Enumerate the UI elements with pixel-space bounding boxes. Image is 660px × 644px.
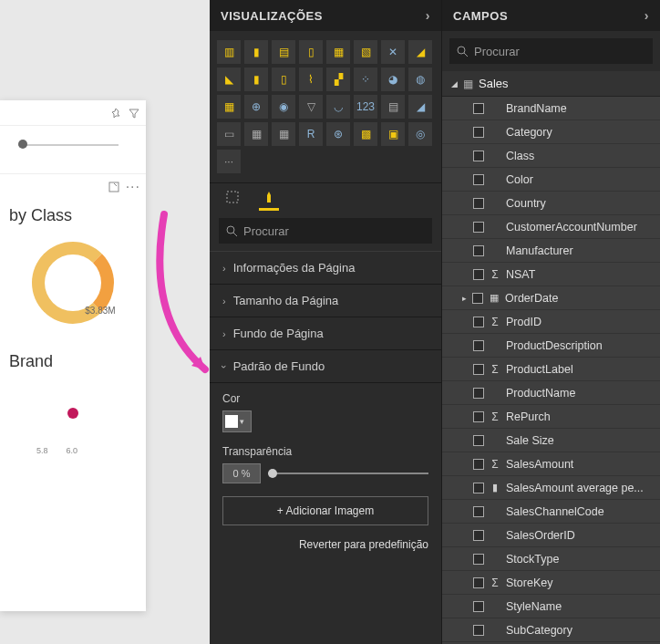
field-row[interactable]: BrandName <box>442 97 660 120</box>
viz-custom1-icon[interactable]: ▩ <box>354 122 377 146</box>
viz-stacked-bar-icon[interactable]: ▥ <box>217 40 241 64</box>
field-row[interactable]: SalesChannelCode <box>442 500 660 524</box>
viz-funnel-icon[interactable]: ▽ <box>299 95 323 119</box>
viz-card-icon[interactable]: 123 <box>354 95 377 119</box>
viz-clustered-bar-icon[interactable]: ▤ <box>272 40 295 64</box>
field-checkbox[interactable] <box>473 388 484 399</box>
section-page-background[interactable]: › Fundo de Página <box>210 317 441 350</box>
viz-stacked-area-icon[interactable]: ◣ <box>217 68 241 91</box>
field-checkbox[interactable] <box>473 269 484 280</box>
report-card[interactable]: ··· by Class $3.83M Brand 5.8 6.0 <box>0 100 146 611</box>
viz-search[interactable]: Procurar <box>219 218 432 244</box>
field-checkbox[interactable] <box>473 577 484 588</box>
color-picker[interactable]: ▾ <box>222 410 252 432</box>
field-checkbox[interactable] <box>472 293 483 304</box>
field-checkbox[interactable] <box>473 317 484 327</box>
viz-waterfall-icon[interactable]: ▞ <box>326 68 350 91</box>
field-checkbox[interactable] <box>473 411 484 422</box>
field-checkbox[interactable] <box>473 601 484 612</box>
format-tab[interactable] <box>259 191 279 211</box>
viz-clustered-column-icon[interactable]: ▯ <box>299 40 323 64</box>
viz-slicer-icon[interactable]: ▭ <box>217 122 241 146</box>
viz-more-icon[interactable]: ··· <box>217 150 241 173</box>
section-wallpaper[interactable]: › Padrão de Fundo <box>210 350 441 383</box>
more-icon[interactable]: ··· <box>126 179 140 195</box>
field-checkbox[interactable] <box>473 483 484 493</box>
viz-treemap-icon[interactable]: ▦ <box>217 95 241 119</box>
fields-list[interactable]: ◢ ▦ Sales BrandNameCategoryClassColorCou… <box>442 71 660 644</box>
fields-pane-header[interactable]: CAMPOS › <box>442 0 660 31</box>
field-row[interactable]: Color <box>442 168 660 192</box>
field-checkbox[interactable] <box>473 340 484 351</box>
field-checkbox[interactable] <box>473 198 484 209</box>
field-row[interactable]: Category <box>442 120 660 144</box>
field-row[interactable]: Manufacturer <box>442 239 660 263</box>
revert-to-default[interactable]: Reverter para predefinição <box>222 535 428 551</box>
viz-donut-icon[interactable]: ◍ <box>408 68 432 91</box>
field-row[interactable]: ΣProdID <box>442 310 660 334</box>
field-checkbox[interactable] <box>473 127 484 138</box>
viz-100-bar-icon[interactable]: ▦ <box>326 40 350 64</box>
field-row[interactable]: ΣStoreKey <box>442 571 660 595</box>
field-row[interactable]: Country <box>442 192 660 215</box>
field-row[interactable]: ΣProductLabel <box>442 358 660 381</box>
viz-gauge-icon[interactable]: ◡ <box>326 95 350 119</box>
focus-icon[interactable] <box>108 181 120 193</box>
visual-slider[interactable] <box>18 144 119 146</box>
viz-filled-map-icon[interactable]: ◉ <box>272 95 295 119</box>
fields-tab[interactable] <box>222 191 242 211</box>
field-row[interactable]: ▮SalesAmount average pe... <box>442 476 660 500</box>
viz-r-icon[interactable]: R <box>299 122 323 146</box>
field-row[interactable]: Class <box>442 144 660 168</box>
field-checkbox[interactable] <box>473 103 484 114</box>
table-header[interactable]: ◢ ▦ Sales <box>442 71 660 97</box>
report-canvas[interactable]: ··· by Class $3.83M Brand 5.8 6.0 <box>0 0 210 644</box>
viz-scatter-icon[interactable]: ⁘ <box>354 68 377 91</box>
transparency-slider[interactable] <box>268 473 428 474</box>
field-row[interactable]: ΣSalesAmount <box>442 452 660 476</box>
field-checkbox[interactable] <box>473 151 484 161</box>
section-page-info[interactable]: › Informações da Página <box>210 252 441 285</box>
viz-custom3-icon[interactable]: ◎ <box>408 122 432 146</box>
chevron-right-icon[interactable]: › <box>645 8 649 23</box>
fields-search[interactable]: Procurar <box>449 38 653 64</box>
field-checkbox[interactable] <box>473 435 484 446</box>
field-row[interactable]: SalesOrderID <box>442 524 660 547</box>
viz-ribbon-icon[interactable]: ⌇ <box>299 68 323 91</box>
scatter-point[interactable] <box>67 408 78 419</box>
field-row[interactable]: StyleName <box>442 595 660 618</box>
viz-matrix-icon[interactable]: ▦ <box>272 122 295 146</box>
expand-icon[interactable]: ▸ <box>462 294 467 303</box>
field-checkbox[interactable] <box>473 364 484 375</box>
field-row[interactable]: StockType <box>442 547 660 571</box>
viz-line-clustered-icon[interactable]: ▯ <box>272 68 295 91</box>
field-checkbox[interactable] <box>473 554 484 565</box>
viz-arcgis-icon[interactable]: ⊛ <box>326 122 350 146</box>
viz-pane-header[interactable]: VISUALIZAÇÕES › <box>210 0 441 31</box>
pin-icon[interactable] <box>109 107 122 119</box>
viz-stacked-column-icon[interactable]: ▮ <box>244 40 268 64</box>
viz-line-icon[interactable]: ✕ <box>381 40 405 64</box>
field-checkbox[interactable] <box>473 506 484 517</box>
field-checkbox[interactable] <box>473 245 484 256</box>
viz-table-icon[interactable]: ▦ <box>244 122 268 146</box>
field-row[interactable]: ProductDescription <box>442 334 660 358</box>
viz-line-column-icon[interactable]: ▮ <box>244 68 268 91</box>
field-row[interactable]: SubCategory <box>442 618 660 642</box>
add-image-button[interactable]: + Adicionar Imagem <box>222 496 428 525</box>
viz-100-column-icon[interactable]: ▧ <box>354 40 377 64</box>
viz-area-icon[interactable]: ◢ <box>408 40 432 64</box>
field-row[interactable]: Sale Size <box>442 429 660 452</box>
viz-map-icon[interactable]: ⊕ <box>244 95 268 119</box>
viz-kpi-icon[interactable]: ◢ <box>408 95 432 119</box>
field-checkbox[interactable] <box>473 222 484 233</box>
viz-multi-card-icon[interactable]: ▤ <box>381 95 405 119</box>
section-page-size[interactable]: › Tamanho da Página <box>210 285 441 317</box>
field-row[interactable]: ▸▦OrderDate <box>442 286 660 310</box>
field-row[interactable]: ΣRePurch <box>442 405 660 429</box>
filter-clear-icon[interactable] <box>128 107 140 119</box>
field-checkbox[interactable] <box>473 625 484 636</box>
viz-custom2-icon[interactable]: ▣ <box>381 122 405 146</box>
field-checkbox[interactable] <box>473 459 484 470</box>
viz-pie-icon[interactable]: ◕ <box>381 68 405 91</box>
